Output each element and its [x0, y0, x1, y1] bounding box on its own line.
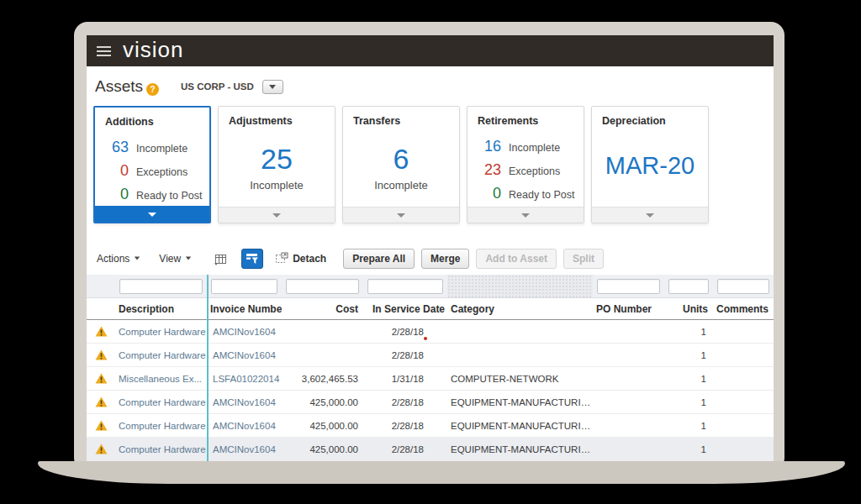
card-title: Depreciation: [592, 107, 708, 129]
column-header-in-service-date[interactable]: In Service Date: [363, 303, 447, 315]
table-row[interactable]: Computer HardwareAMCINov1604425,000.002/…: [87, 391, 774, 414]
cell-invoice-number[interactable]: AMCINov1604: [207, 344, 282, 367]
actions-menu[interactable]: Actions: [97, 253, 140, 265]
table-row[interactable]: Miscellaneous Ex...LSFA010220143,602,465…: [87, 367, 774, 391]
cell-description[interactable]: Computer Hardware: [115, 344, 207, 367]
view-menu[interactable]: View: [159, 253, 192, 265]
table-row[interactable]: Computer HardwareAMCINov16042/28/181: [87, 320, 774, 344]
table-row[interactable]: Computer HardwareAMCINov1604425,000.002/…: [87, 414, 774, 438]
business-unit-label: US CORP - USD: [181, 81, 254, 92]
warning-icon: [95, 326, 108, 337]
column-header-description[interactable]: Description: [115, 303, 207, 315]
metric-value: 16: [474, 138, 501, 155]
warning-icon: [95, 349, 108, 360]
column-header-invoice-number[interactable]: Invoice Number: [207, 303, 282, 315]
cell-units: 1: [664, 320, 713, 344]
chevron-down-icon: [397, 213, 405, 218]
cell-description[interactable]: Computer Hardware: [115, 320, 207, 344]
filter-input-invoice-number[interactable]: [211, 279, 277, 294]
query-by-example-button[interactable]: [241, 249, 263, 269]
filter-icon: [246, 253, 259, 265]
cell-cost: 425,000.00: [282, 391, 363, 414]
card-title: Retirements: [467, 107, 584, 129]
business-unit-dropdown[interactable]: [262, 80, 283, 94]
card-depreciation[interactable]: Depreciation MAR-20: [591, 106, 709, 223]
card-title: Adjustments: [219, 107, 335, 129]
filter-input-units[interactable]: [668, 279, 709, 294]
cell-in-service-date: 2/28/18: [363, 414, 447, 438]
cell-category: EQUIPMENT-MANUFACTURING: [447, 391, 593, 414]
cell-description[interactable]: Computer Hardware: [115, 438, 207, 461]
metric-label: Incomplete: [509, 142, 560, 154]
chevron-down-icon: [269, 85, 276, 89]
chevron-down-icon: [186, 257, 191, 260]
filter-input-description[interactable]: [119, 279, 203, 294]
cell-cost: 425,000.00: [282, 438, 363, 461]
app-screen: vision Assets ? US CORP - USD Additions …: [87, 35, 774, 462]
cell-invoice-number[interactable]: AMCINov1604: [207, 320, 282, 344]
freeze-columns-icon[interactable]: [214, 252, 228, 265]
metric-value: 0: [102, 162, 129, 180]
detach-button[interactable]: Detach: [275, 252, 326, 265]
cell-units: 1: [664, 367, 713, 391]
cell-description[interactable]: Miscellaneous Ex...: [115, 367, 207, 391]
card-transfers[interactable]: Transfers 6 Incomplete: [342, 106, 460, 223]
filter-cell-category-disabled: [447, 275, 593, 297]
merge-button[interactable]: Merge: [421, 249, 469, 269]
split-button: Split: [563, 249, 604, 269]
metric-value: 23: [474, 161, 501, 179]
row-warning-cell: [87, 444, 115, 454]
card-expander[interactable]: [467, 207, 584, 223]
filter-input-cost[interactable]: [286, 279, 359, 294]
card-expander[interactable]: [219, 207, 335, 223]
table-body: Computer HardwareAMCINov16042/28/181Comp…: [87, 320, 774, 461]
card-big-value: 6: [394, 144, 409, 175]
filter-input-comments[interactable]: [717, 279, 769, 294]
cell-invoice-number[interactable]: AMCINov1604: [207, 414, 282, 438]
card-retirements[interactable]: Retirements 16Incomplete 23Exceptions 0R…: [467, 106, 584, 223]
infotile-row: Additions 63Incomplete 0Exceptions 0Read…: [93, 106, 774, 223]
table-row[interactable]: Computer HardwareAMCINov1604425,000.002/…: [87, 438, 774, 461]
hamburger-menu-icon[interactable]: [97, 46, 111, 56]
cell-invoice-number[interactable]: AMCINov1604: [207, 391, 282, 414]
page-title: Assets: [95, 77, 143, 96]
cell-invoice-number[interactable]: LSFA01022014: [207, 367, 282, 391]
row-warning-cell: [87, 349, 115, 360]
card-big-value: MAR-20: [605, 153, 695, 180]
column-header-comments[interactable]: Comments: [713, 303, 774, 315]
prepare-all-button[interactable]: Prepare All: [343, 249, 415, 269]
filter-row: [87, 275, 774, 297]
cell-cost: 425,000.00: [282, 414, 363, 438]
column-header-units[interactable]: Units: [664, 303, 713, 315]
filter-cell-rowheader: [87, 275, 115, 297]
warning-icon: [95, 373, 108, 384]
cell-in-service-date: 2/28/18: [363, 438, 447, 461]
cell-in-service-date: 2/28/18: [363, 391, 447, 414]
cell-units: 1: [664, 344, 713, 367]
cell-description[interactable]: Computer Hardware: [115, 391, 207, 414]
warning-icon: [95, 420, 108, 431]
metric-label: Ready to Post: [136, 190, 203, 202]
card-additions[interactable]: Additions 63Incomplete 0Exceptions 0Read…: [93, 106, 211, 223]
card-expander[interactable]: [592, 207, 708, 223]
filter-input-in-service-date[interactable]: [367, 279, 443, 294]
frozen-column-divider[interactable]: [207, 275, 209, 461]
cell-category: COMPUTER-NETWORK: [447, 367, 593, 391]
help-icon[interactable]: ?: [146, 83, 159, 96]
chevron-down-icon: [135, 257, 140, 260]
cell-invoice-number[interactable]: AMCINov1604: [207, 438, 282, 461]
assets-table: Description Invoice Number Cost In Servi…: [87, 275, 774, 461]
table-row[interactable]: Computer HardwareAMCINov16042/28/181: [87, 344, 774, 367]
column-header-po-number[interactable]: PO Number: [593, 303, 664, 315]
column-header-category[interactable]: Category: [447, 303, 593, 315]
cell-description[interactable]: Computer Hardware: [115, 414, 207, 438]
filter-input-po-number[interactable]: [597, 279, 660, 294]
column-header-cost[interactable]: Cost: [282, 303, 363, 315]
card-adjustments[interactable]: Adjustments 25 Incomplete: [218, 106, 335, 223]
cell-units: 1: [664, 414, 713, 438]
card-expander[interactable]: [95, 206, 209, 222]
cell-units: 1: [664, 391, 713, 414]
app-bar: vision: [87, 35, 774, 66]
card-title: Transfers: [343, 107, 459, 129]
card-expander[interactable]: [343, 207, 459, 223]
